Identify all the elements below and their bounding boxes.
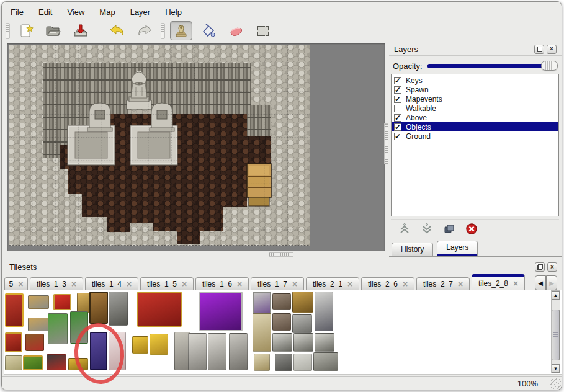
layer-row-objects[interactable]: ✓Objects bbox=[392, 122, 558, 131]
stone-block-tile[interactable] bbox=[293, 354, 312, 371]
scroll-tabs-right-button[interactable]: ▶ bbox=[546, 275, 557, 290]
close-panel-button[interactable]: × bbox=[547, 262, 557, 272]
scroll-map-tile[interactable] bbox=[5, 355, 22, 370]
tileset-tab-tiles_2_6[interactable]: tiles_2_6× bbox=[361, 277, 414, 290]
float-panel-button[interactable] bbox=[535, 262, 545, 272]
close-tab-icon[interactable]: × bbox=[237, 280, 242, 288]
toolbar-drag-handle[interactable] bbox=[161, 23, 165, 39]
close-tab-icon[interactable]: × bbox=[127, 280, 132, 288]
layer-row-walkable[interactable]: Walkable bbox=[392, 104, 558, 113]
tileset-tab-tiles_2_1[interactable]: tiles_2_1× bbox=[306, 277, 359, 290]
layer-visibility-checkbox[interactable]: ✓ bbox=[394, 114, 401, 122]
green-banner-tile[interactable] bbox=[23, 355, 43, 370]
save-file-button[interactable] bbox=[69, 21, 92, 40]
close-tab-icon[interactable]: × bbox=[403, 280, 408, 288]
layer-row-spawn[interactable]: ✓Spawn bbox=[392, 85, 558, 94]
stone-bench-tile[interactable] bbox=[272, 313, 291, 331]
tileset-tab-tiles_1_6[interactable]: tiles_1_6× bbox=[195, 277, 249, 290]
layer-visibility-checkbox[interactable]: ✓ bbox=[394, 133, 401, 140]
armor-pile-tile[interactable] bbox=[292, 314, 312, 333]
knight-armor-tile[interactable] bbox=[315, 292, 333, 331]
tileset-tab-tiles_2_8[interactable]: tiles_2_8× bbox=[472, 274, 525, 290]
loom-bench-tile[interactable] bbox=[28, 318, 49, 331]
menu-map[interactable]: Map bbox=[97, 6, 117, 19]
red-throne-tile[interactable] bbox=[137, 292, 182, 327]
layer-visibility-checkbox[interactable]: ✓ bbox=[394, 77, 401, 84]
toolbar-drag-handle[interactable] bbox=[6, 23, 10, 39]
eraser-tool-button[interactable] bbox=[225, 21, 247, 40]
select-tool-button[interactable] bbox=[252, 21, 274, 40]
loom-bench-tile[interactable] bbox=[28, 295, 49, 309]
layer-visibility-checkbox[interactable]: ✓ bbox=[394, 96, 401, 103]
scrollbar-thumb[interactable] bbox=[552, 310, 560, 360]
red-cushion-tile[interactable] bbox=[53, 294, 71, 310]
layer-visibility-checkbox[interactable]: ✓ bbox=[394, 86, 401, 94]
vertical-splitter-handle[interactable] bbox=[384, 123, 388, 164]
bookshelf-tile[interactable] bbox=[25, 334, 44, 351]
fill-tool-button[interactable] bbox=[197, 21, 220, 40]
opacity-slider-track[interactable] bbox=[427, 64, 557, 68]
menu-file[interactable]: File bbox=[8, 6, 26, 19]
layer-visibility-checkbox[interactable] bbox=[394, 105, 401, 112]
layer-row-above[interactable]: ✓Above bbox=[392, 113, 558, 122]
tileset-content[interactable] bbox=[4, 290, 562, 375]
scroll-up-button[interactable]: ▲ bbox=[552, 291, 560, 300]
stone-ledge-tile[interactable] bbox=[293, 333, 313, 352]
close-panel-button[interactable]: × bbox=[547, 45, 557, 54]
layer-row-keys[interactable]: ✓Keys bbox=[392, 76, 558, 85]
wood-door-tile[interactable] bbox=[89, 292, 108, 324]
gold-key-tile[interactable] bbox=[132, 336, 148, 354]
layer-visibility-checkbox[interactable]: ✓ bbox=[394, 123, 401, 131]
map-hscroll-handle[interactable] bbox=[269, 252, 293, 257]
gargoyle-statue-tile[interactable] bbox=[188, 333, 207, 370]
emblem-banner-tile[interactable] bbox=[5, 332, 22, 352]
opacity-slider[interactable] bbox=[427, 61, 558, 71]
stone-pillar-tile[interactable] bbox=[275, 354, 292, 371]
palm-plant-tile[interactable] bbox=[48, 313, 68, 344]
layer-row-ground[interactable]: ✓Ground bbox=[392, 131, 558, 141]
purple-throne-tile[interactable] bbox=[199, 292, 243, 331]
tileset-vscrollbar[interactable]: ▲ ▼ bbox=[551, 290, 560, 373]
stone-bench-tile[interactable] bbox=[272, 293, 291, 310]
delete-layer-button[interactable] bbox=[464, 221, 479, 236]
stone-ledge-tile[interactable] bbox=[315, 333, 334, 352]
raise-layer-button[interactable] bbox=[397, 221, 412, 236]
red-banner-tile[interactable] bbox=[5, 293, 24, 327]
close-tab-icon[interactable]: × bbox=[182, 280, 187, 288]
stone-ledge-tile[interactable] bbox=[272, 333, 292, 352]
close-tab-icon[interactable]: × bbox=[292, 280, 297, 288]
menu-help[interactable]: Help bbox=[163, 6, 184, 19]
lower-layer-button[interactable] bbox=[419, 221, 434, 236]
tileset-tab-tiles_1_3[interactable]: tiles_1_3× bbox=[30, 277, 83, 290]
scroll-down-button[interactable]: ▼ bbox=[552, 364, 560, 373]
close-tab-icon[interactable]: × bbox=[18, 280, 23, 288]
tileset-tab-tiles_1_5[interactable]: tiles_1_5× bbox=[140, 277, 194, 290]
menu-layer[interactable]: Layer bbox=[128, 6, 153, 19]
close-tab-icon[interactable]: × bbox=[458, 280, 463, 288]
close-tab-icon[interactable]: × bbox=[347, 280, 352, 288]
duplicate-layer-button[interactable] bbox=[442, 221, 457, 236]
tileset-tab-tiles_1_7[interactable]: tiles_1_7× bbox=[251, 277, 304, 290]
gargoyle-fountain-tile[interactable] bbox=[229, 333, 248, 370]
layer-row-mapevents[interactable]: ✓Mapevents bbox=[392, 94, 558, 104]
map-view[interactable] bbox=[7, 43, 385, 251]
undo-button[interactable] bbox=[106, 21, 128, 40]
rock-pile-tile[interactable] bbox=[313, 352, 338, 371]
close-tab-icon[interactable]: × bbox=[513, 279, 518, 288]
redo-button[interactable] bbox=[133, 21, 156, 40]
float-panel-button[interactable] bbox=[534, 45, 544, 54]
resize-grip[interactable] bbox=[550, 378, 561, 389]
king-portrait-tile[interactable] bbox=[253, 292, 271, 316]
scroll-tabs-left-button[interactable]: ◀ bbox=[535, 275, 546, 290]
close-tab-icon[interactable]: × bbox=[71, 280, 76, 288]
wood-desk-tile[interactable] bbox=[292, 292, 313, 313]
stamp-tool-button[interactable] bbox=[170, 21, 192, 40]
gargoyle-statue-tile[interactable] bbox=[208, 333, 226, 370]
map-canvas[interactable] bbox=[8, 44, 385, 254]
obelisk-small-tile[interactable] bbox=[254, 354, 270, 371]
tab-layers[interactable]: Layers bbox=[437, 241, 478, 256]
tileset-tab-tiles_1_4[interactable]: tiles_1_4× bbox=[85, 277, 138, 290]
stone-gate-tile[interactable] bbox=[109, 292, 128, 326]
open-file-button[interactable] bbox=[42, 21, 65, 40]
opacity-slider-handle[interactable] bbox=[541, 61, 558, 71]
